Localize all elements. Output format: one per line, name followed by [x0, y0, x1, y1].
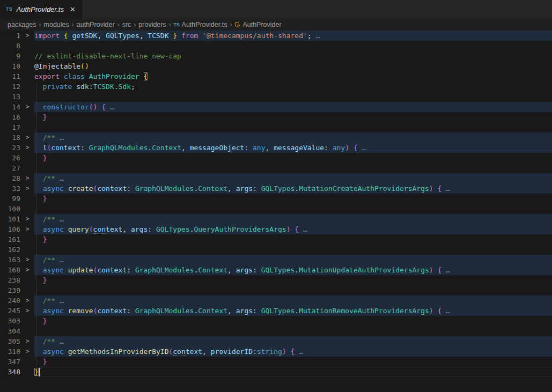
line-number[interactable]: 10 [0, 61, 20, 71]
code-line-content[interactable]: async getMethodsInProviderByID(context, … [34, 346, 552, 357]
line-number[interactable]: 303 [0, 316, 20, 326]
line-number[interactable]: 33 [0, 183, 20, 194]
code-line-content[interactable] [34, 204, 552, 214]
line-number[interactable]: 163 [0, 255, 20, 265]
fold-chevron-icon[interactable]: > [20, 132, 34, 143]
breadcrumb-item-src[interactable]: src [122, 21, 131, 28]
code-line-content[interactable] [34, 122, 552, 132]
line-number[interactable]: 304 [0, 326, 20, 336]
line-number[interactable]: 348 [0, 367, 20, 377]
folded-code-ellipsis[interactable]: … [441, 184, 450, 193]
fold-chevron-icon[interactable]: > [20, 143, 34, 153]
code-line-content[interactable]: export class AuthProvider { [34, 71, 552, 82]
line-number[interactable]: 16 [0, 112, 20, 122]
fold-chevron-icon[interactable]: > [20, 102, 34, 112]
tab-authprovider[interactable]: TS AuthProvider.ts ✕ [0, 0, 82, 19]
breadcrumb-item-providers[interactable]: providers [138, 21, 166, 28]
code-line-content[interactable]: /** … [34, 132, 552, 143]
folded-code-ellipsis[interactable]: … [106, 103, 114, 111]
fold-chevron-icon[interactable]: > [20, 336, 34, 346]
fold-chevron-icon[interactable]: > [20, 295, 34, 306]
code-line-content[interactable] [34, 163, 552, 173]
line-number[interactable]: 168 [0, 265, 20, 275]
line-number[interactable]: 99 [0, 194, 20, 204]
code-line-content[interactable] [34, 41, 552, 51]
code-line-content[interactable]: } [34, 367, 552, 377]
code-line-content[interactable]: async query(context, args: GQLTypes.Quer… [34, 224, 552, 234]
line-number[interactable]: 18 [0, 132, 20, 143]
folded-code-ellipsis[interactable]: … [55, 297, 64, 305]
fold-chevron-icon[interactable]: > [20, 306, 34, 316]
code-line-content[interactable]: // eslint-disable-next-line new-cap [34, 51, 552, 61]
code-line-content[interactable] [34, 245, 552, 255]
line-number[interactable]: 161 [0, 234, 20, 245]
line-number[interactable]: 8 [0, 41, 20, 51]
folded-code-ellipsis[interactable]: … [55, 256, 64, 264]
line-number[interactable]: 162 [0, 245, 20, 255]
code-line-content[interactable]: import { getSDK, GQLTypes, TCSDK } from … [34, 31, 552, 41]
folded-code-ellipsis[interactable]: … [295, 347, 303, 356]
line-number[interactable]: 310 [0, 346, 20, 357]
folded-code-ellipsis[interactable]: … [55, 215, 64, 223]
code-line-content[interactable] [34, 285, 552, 295]
folded-code-ellipsis[interactable]: … [441, 307, 450, 315]
line-number[interactable]: 27 [0, 163, 20, 173]
line-number[interactable]: 238 [0, 275, 20, 285]
code-line-content[interactable]: } [34, 275, 552, 285]
line-number[interactable]: 12 [0, 82, 20, 92]
code-line-content[interactable]: async update(context: GraphQLModules.Con… [34, 265, 552, 275]
line-number[interactable]: 23 [0, 143, 20, 153]
fold-chevron-icon[interactable]: > [20, 346, 34, 357]
code-line-content[interactable]: } [34, 153, 552, 163]
code-line-content[interactable]: /** … [34, 295, 552, 306]
line-number[interactable]: 240 [0, 295, 20, 306]
fold-chevron-icon[interactable]: > [20, 255, 34, 265]
fold-chevron-icon[interactable]: > [20, 224, 34, 234]
code-line-content[interactable]: } [34, 316, 552, 326]
line-number[interactable]: 13 [0, 92, 20, 102]
line-number[interactable]: 1 [0, 31, 20, 41]
line-number[interactable]: 101 [0, 214, 20, 224]
line-number[interactable]: 100 [0, 204, 20, 214]
folded-code-ellipsis[interactable]: … [312, 32, 320, 40]
folded-code-ellipsis[interactable]: … [358, 144, 366, 152]
breadcrumb-item-modules[interactable]: modules [44, 21, 69, 28]
code-line-content[interactable] [34, 92, 552, 102]
line-number[interactable]: 11 [0, 71, 20, 82]
folded-code-ellipsis[interactable]: … [441, 266, 450, 274]
breadcrumb-item-authprovider-ts[interactable]: TSAuthProvider.ts [174, 21, 227, 28]
code-line-content[interactable]: } [34, 194, 552, 204]
code-line-content[interactable]: /** … [34, 336, 552, 346]
code-line-content[interactable]: private sdk:TCSDK.Sdk; [34, 82, 552, 92]
fold-chevron-icon[interactable]: > [20, 173, 34, 183]
breadcrumb-item-authprovider[interactable]: AuthProvider [234, 21, 281, 28]
fold-chevron-icon[interactable]: > [20, 183, 34, 194]
line-number[interactable]: 239 [0, 285, 20, 295]
fold-chevron-icon[interactable]: > [20, 214, 34, 224]
code-line-content[interactable] [34, 326, 552, 336]
code-line-content[interactable]: } [34, 234, 552, 245]
folded-code-ellipsis[interactable]: … [55, 174, 64, 182]
line-number[interactable]: 9 [0, 51, 20, 61]
breadcrumb-item-authprovider[interactable]: authProvider [77, 21, 115, 28]
folded-code-ellipsis[interactable]: … [299, 225, 307, 233]
code-line-content[interactable]: constructor() { … [34, 102, 552, 112]
code-line-content[interactable]: /** … [34, 214, 552, 224]
folded-code-ellipsis[interactable]: … [55, 337, 64, 345]
fold-chevron-icon[interactable]: > [20, 31, 34, 41]
line-number[interactable]: 28 [0, 173, 20, 183]
folded-code-ellipsis[interactable]: … [55, 134, 64, 142]
code-line-content[interactable]: } [34, 357, 552, 367]
line-number[interactable]: 305 [0, 336, 20, 346]
code-line-content[interactable]: async create(context: GraphQLModules.Con… [34, 183, 552, 194]
code-line-content[interactable]: } [34, 112, 552, 122]
code-line-content[interactable]: @Injectable() [34, 61, 552, 71]
line-number[interactable]: 245 [0, 306, 20, 316]
code-line-content[interactable]: /** … [34, 173, 552, 183]
fold-chevron-icon[interactable]: > [20, 265, 34, 275]
close-tab-icon[interactable]: ✕ [70, 6, 76, 13]
line-number[interactable]: 26 [0, 153, 20, 163]
code-line-content[interactable]: l(context: GraphQLModules.Context, messa… [34, 143, 552, 153]
line-number[interactable]: 17 [0, 122, 20, 132]
line-number[interactable]: 106 [0, 224, 20, 234]
